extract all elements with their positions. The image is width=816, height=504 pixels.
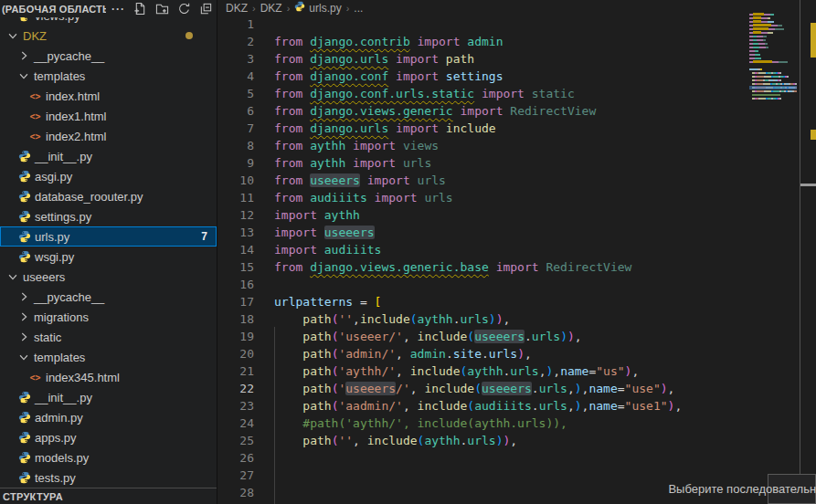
code-line-5[interactable]: 5from django.conf.urls.static import sta… [218, 85, 800, 102]
line-number[interactable]: 10 [218, 173, 254, 187]
line-number[interactable]: 12 [218, 208, 254, 222]
code-line-26[interactable]: 26 [218, 449, 800, 467]
tree-file-index2-html[interactable]: <>index2.html [0, 126, 217, 146]
tree-file-index1-html[interactable]: <>index1.html [0, 106, 217, 126]
line-number[interactable]: 17 [218, 295, 254, 309]
line-number[interactable]: 9 [218, 156, 254, 170]
breadcrumb-label: urls.py [309, 2, 341, 15]
line-number[interactable]: 1 [218, 17, 254, 31]
tree-folder-dkz[interactable]: DKZ [0, 26, 217, 46]
minimap[interactable] [749, 9, 797, 111]
line-number[interactable]: 19 [218, 330, 254, 343]
tree-file-index345-html[interactable]: <>index345.html [0, 367, 217, 387]
line-number[interactable]: 25 [218, 434, 254, 447]
code-line-2[interactable]: 2from django.contrib import admin [218, 33, 800, 50]
chevron-down-icon[interactable] [5, 28, 20, 43]
line-number[interactable]: 14 [218, 243, 254, 257]
more-actions-button[interactable]: ··· [111, 3, 125, 16]
line-number[interactable]: 16 [218, 278, 254, 291]
new-file-icon[interactable] [132, 2, 147, 16]
line-number[interactable]: 24 [218, 416, 254, 430]
code-line-15[interactable]: 15from django.views.generic.base import … [218, 258, 800, 276]
chevron-right-icon[interactable] [16, 310, 31, 324]
code-line-20[interactable]: 20 path('admin/', admin.site.urls), [218, 345, 800, 362]
code-line-10[interactable]: 10from useeers import urls [218, 172, 800, 189]
code-line-12[interactable]: 12import aythh [218, 206, 800, 224]
line-number[interactable]: 11 [218, 191, 254, 205]
chevron-down-icon[interactable] [5, 269, 20, 284]
line-number[interactable]: 5 [218, 87, 254, 100]
tree-folder--pycache-[interactable]: __pycache__ [0, 46, 217, 66]
line-number[interactable]: 6 [218, 104, 254, 118]
line-number[interactable]: 18 [218, 312, 254, 326]
line-number[interactable]: 21 [218, 364, 254, 378]
line-number[interactable]: 3 [218, 52, 254, 66]
line-number[interactable]: 13 [218, 226, 254, 239]
tree-file-asgi-py[interactable]: asgi.py [0, 166, 217, 186]
line-number[interactable]: 28 [218, 486, 254, 499]
tree-file-apps-py[interactable]: apps.py [0, 427, 217, 447]
line-number[interactable]: 23 [218, 399, 254, 413]
tree-file--init-py[interactable]: __init__.py [0, 387, 217, 407]
line-number[interactable]: 26 [218, 451, 254, 465]
tree-file-urls-py[interactable]: urls.py7 [0, 226, 217, 247]
tree-file-settings-py[interactable]: settings.py [0, 206, 217, 226]
overview-ruler[interactable] [800, 0, 816, 504]
line-number[interactable]: 22 [218, 382, 254, 395]
code-line-17[interactable]: 17urlpatterns = [ [218, 293, 800, 310]
code-line-23[interactable]: 23 path('aadmin/', include(audiiits.urls… [218, 397, 800, 415]
line-number[interactable]: 7 [218, 121, 254, 135]
ruler-mark [811, 23, 816, 58]
chevron-down-icon[interactable] [16, 350, 31, 364]
tree-file-tests-py[interactable]: tests.py [0, 467, 217, 488]
tree-folder-templates[interactable]: templates [0, 66, 217, 86]
line-number[interactable]: 27 [218, 468, 254, 482]
tree-file-wsgi-py[interactable]: wsgi.py [0, 247, 217, 267]
tree-file--init-py[interactable]: __init__.py [0, 146, 217, 166]
collapse-all-icon[interactable] [198, 2, 213, 16]
refresh-icon[interactable] [176, 2, 191, 16]
code-line-3[interactable]: 3from django.urls import path [218, 50, 800, 68]
breadcrumb-item[interactable]: DKZ [226, 2, 248, 15]
tree-file-admin-py[interactable]: admin.py [0, 407, 217, 427]
tree-folder-migrations[interactable]: migrations [0, 307, 217, 327]
breadcrumb-item[interactable]: ... [354, 2, 363, 15]
code-line-11[interactable]: 11from audiiits import urls [218, 189, 800, 206]
tree-folder-useeers[interactable]: useeers [0, 267, 217, 287]
code-line-24[interactable]: 24 #path('aythh/', include(aythh.urls)), [218, 415, 800, 432]
new-folder-icon[interactable] [154, 2, 169, 16]
code-line-6[interactable]: 6from django.views.generic import Redire… [218, 102, 800, 120]
code-line-19[interactable]: 19 path('useeer/', include(useeers.urls)… [218, 328, 800, 345]
tree-file-models-py[interactable]: models.py [0, 447, 217, 467]
chevron-right-icon[interactable] [16, 289, 31, 304]
line-number[interactable]: 20 [218, 347, 254, 361]
code-line-22[interactable]: 22 path('useeers/', include(useeers.urls… [218, 380, 800, 397]
code-line-7[interactable]: 7from django.urls import include [218, 120, 800, 137]
tree-file-index-html[interactable]: <>index.html [0, 86, 217, 106]
line-number[interactable]: 2 [218, 35, 254, 48]
code-line-18[interactable]: 18 path('',include(aythh.urls)), [218, 310, 800, 328]
outline-section-header[interactable]: СТРУКТУРА [0, 488, 217, 504]
tree-folder-static[interactable]: static [0, 327, 217, 347]
breadcrumb-item[interactable]: urls.py [294, 1, 341, 15]
code-line-9[interactable]: 9from aythh import urls [218, 154, 800, 172]
code-line-4[interactable]: 4from django.conf import settings [218, 68, 800, 85]
breadcrumb-item[interactable]: DKZ [260, 2, 282, 15]
code-line-13[interactable]: 13import useeers [218, 224, 800, 241]
tree-file-database-roouter-py[interactable]: database_roouter.py [0, 186, 217, 206]
tree-folder--pycache-[interactable]: __pycache__ [0, 287, 217, 307]
chevron-right-icon[interactable] [16, 330, 31, 344]
line-number[interactable]: 8 [218, 139, 254, 152]
code-line-25[interactable]: 25 path('', include(aythh.urls)), [218, 432, 800, 449]
tree-folder-templates[interactable]: templates [0, 347, 217, 367]
code-line-16[interactable]: 16 [218, 276, 800, 293]
line-number[interactable]: 4 [218, 69, 254, 83]
chevron-down-icon[interactable] [16, 68, 31, 83]
code-line-14[interactable]: 14import audiiits [218, 241, 800, 258]
code-line-21[interactable]: 21 path('aythh/', include(aythh.urls,),n… [218, 362, 800, 380]
code-line-8[interactable]: 8from aythh import views [218, 137, 800, 154]
code-line-1[interactable]: 1 [218, 16, 800, 33]
line-number[interactable]: 15 [218, 260, 254, 274]
chevron-right-icon[interactable] [16, 48, 31, 63]
code-area[interactable]: 12from django.contrib import admin3from … [218, 16, 800, 504]
